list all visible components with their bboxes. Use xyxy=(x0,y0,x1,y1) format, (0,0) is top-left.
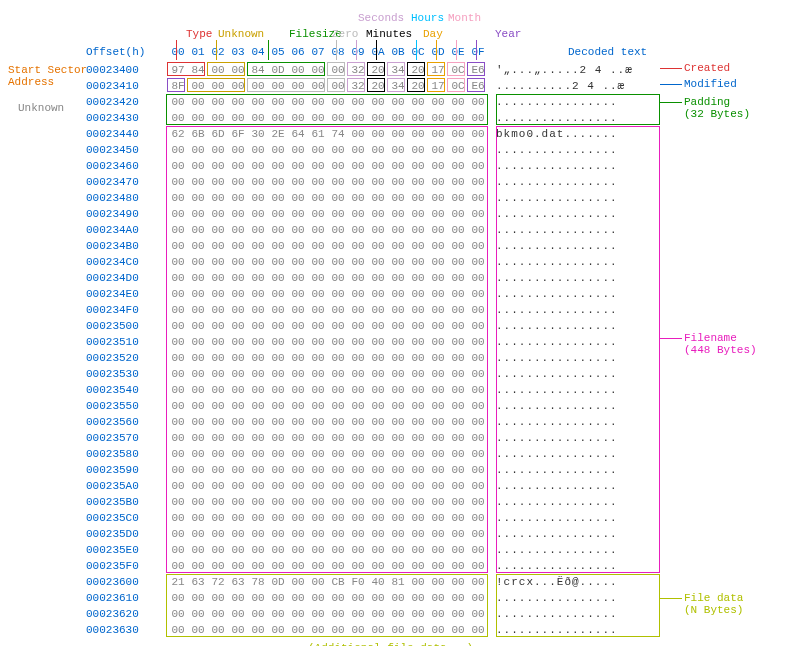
hex-byte: 00 xyxy=(428,224,448,236)
hex-byte: 00 xyxy=(188,368,208,380)
hex-byte: 00 xyxy=(468,624,488,636)
hex-byte: 00 xyxy=(208,448,228,460)
decoded-text: ................ xyxy=(496,464,618,476)
hex-byte: 00 xyxy=(368,496,388,508)
hex-byte: 00 xyxy=(408,560,428,572)
hex-byte: 00 xyxy=(368,320,388,332)
hex-row: 000234C000000000000000000000000000000000… xyxy=(8,254,777,270)
hex-row: 000235D000000000000000000000000000000000… xyxy=(8,526,777,542)
offset-value: 00023420 xyxy=(86,96,148,108)
hex-byte: 00 xyxy=(408,624,428,636)
hex-byte: 00 xyxy=(388,624,408,636)
col-header: 0C xyxy=(408,46,428,58)
decoded-text: ................ xyxy=(496,432,618,444)
hex-byte: 00 xyxy=(248,560,268,572)
hex-byte: 00 xyxy=(268,480,288,492)
hex-byte: 00 xyxy=(228,560,248,572)
hex-byte: 00 xyxy=(388,128,408,140)
hex-byte: 00 xyxy=(328,592,348,604)
hex-byte: 00 xyxy=(388,208,408,220)
hex-byte: 00 xyxy=(388,384,408,396)
hex-byte: 00 xyxy=(408,112,428,124)
hex-byte: 00 xyxy=(388,272,408,284)
hex-byte: 00 xyxy=(188,160,208,172)
hex-byte: 00 xyxy=(448,624,468,636)
hex-byte: 00 xyxy=(448,368,468,380)
hex-byte: 63 xyxy=(228,576,248,588)
hex-byte: 00 xyxy=(408,512,428,524)
col-header: 05 xyxy=(268,46,288,58)
header-connector xyxy=(436,40,437,60)
hex-row: 000234108F000000000000000032203420170CE6… xyxy=(8,78,777,94)
hex-byte: 00 xyxy=(308,384,328,396)
hex-byte: 00 xyxy=(308,592,328,604)
hex-byte: 00 xyxy=(208,624,228,636)
hex-byte: 00 xyxy=(328,224,348,236)
hex-byte: 00 xyxy=(348,96,368,108)
unknown-label: Unknown xyxy=(218,28,264,40)
hex-byte: 00 xyxy=(288,448,308,460)
hex-byte: 00 xyxy=(248,192,268,204)
hex-byte: 00 xyxy=(428,576,448,588)
hex-byte: 00 xyxy=(208,592,228,604)
hex-byte: 00 xyxy=(428,528,448,540)
decoded-text: ................ xyxy=(496,480,618,492)
col-header: 09 xyxy=(348,46,368,58)
hex-byte: 00 xyxy=(308,416,328,428)
hex-byte: 00 xyxy=(368,224,388,236)
hex-byte: 00 xyxy=(388,96,408,108)
header-labels: Type Unknown Filesize Zero Seconds Minut… xyxy=(8,8,777,62)
hex-byte: 00 xyxy=(408,592,428,604)
hex-byte: 00 xyxy=(188,384,208,396)
hex-byte: 00 xyxy=(208,320,228,332)
col-header: 00 xyxy=(168,46,188,58)
hex-byte: 00 xyxy=(368,560,388,572)
hex-byte: 6B xyxy=(188,128,208,140)
created-label: Created xyxy=(684,62,730,74)
hex-byte: 00 xyxy=(348,432,368,444)
hex-byte: 00 xyxy=(208,208,228,220)
hex-byte: 00 xyxy=(448,112,468,124)
hex-row: 0002360021637263780D0000CBF0408100000000… xyxy=(8,574,777,590)
hex-byte: 00 xyxy=(168,624,188,636)
offset-value: 00023490 xyxy=(86,208,148,220)
hex-byte: 00 xyxy=(468,592,488,604)
hex-byte: 00 xyxy=(468,320,488,332)
hex-byte: 00 xyxy=(168,384,188,396)
hex-byte: 00 xyxy=(368,512,388,524)
hex-row: 0002357000000000000000000000000000000000… xyxy=(8,430,777,446)
hex-byte: 00 xyxy=(168,432,188,444)
col-header: 0A xyxy=(368,46,388,58)
hex-byte: 00 xyxy=(368,192,388,204)
hex-byte: 00 xyxy=(368,416,388,428)
hex-byte: 40 xyxy=(368,576,388,588)
hex-byte: 00 xyxy=(388,544,408,556)
hex-byte: 63 xyxy=(188,576,208,588)
hex-byte: 00 xyxy=(368,128,388,140)
hex-byte: 00 xyxy=(248,592,268,604)
hex-byte: 00 xyxy=(268,464,288,476)
hex-byte: 00 xyxy=(468,304,488,316)
additional-label: (Additional file data...) xyxy=(308,642,473,646)
hex-byte: 00 xyxy=(188,224,208,236)
hex-byte: 00 xyxy=(448,176,468,188)
hex-byte: 00 xyxy=(268,80,288,92)
hex-grid: 0002340097840000840D00000032203420170CE6… xyxy=(8,62,777,638)
hex-byte: 00 xyxy=(268,496,288,508)
hex-byte: 00 xyxy=(368,624,388,636)
hex-byte: 00 xyxy=(348,240,368,252)
hex-byte: 00 xyxy=(328,240,348,252)
hex-byte: 00 xyxy=(468,272,488,284)
offset-value: 000234A0 xyxy=(86,224,148,236)
hex-byte: 00 xyxy=(448,336,468,348)
hex-byte: 00 xyxy=(208,512,228,524)
hex-byte: 00 xyxy=(208,608,228,620)
hex-byte: 00 xyxy=(308,176,328,188)
hex-byte: 64 xyxy=(288,128,308,140)
offset-value: 00023440 xyxy=(86,128,148,140)
hex-byte: 00 xyxy=(228,240,248,252)
hex-byte: 00 xyxy=(188,464,208,476)
hex-byte: 00 xyxy=(348,480,368,492)
hex-byte: 00 xyxy=(208,528,228,540)
hex-row: 000235C000000000000000000000000000000000… xyxy=(8,510,777,526)
